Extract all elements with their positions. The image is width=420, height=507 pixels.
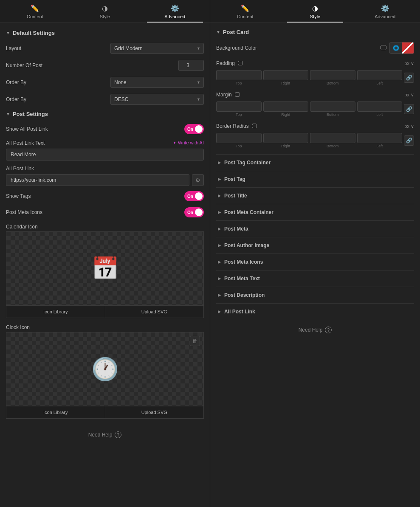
padding-right-label: Right xyxy=(281,81,290,85)
collapsible-all-post-link[interactable]: ▶All Post Link xyxy=(216,303,414,320)
style-icon-right: ◑ xyxy=(312,4,318,12)
gear-icon-right: ⚙️ xyxy=(381,4,389,12)
margin-label: Margin xyxy=(216,92,232,98)
color-globe-button[interactable]: 🌐 xyxy=(390,42,402,54)
post-settings-section: ▼ Post Settings Show All Post Link On Al… xyxy=(6,111,204,419)
post-settings-heading[interactable]: ▼ Post Settings xyxy=(6,111,204,117)
padding-right-input[interactable] xyxy=(263,70,309,80)
collapsible-post-tag-container[interactable]: ▶Post Tag Container xyxy=(216,154,414,171)
show-all-post-link-toggle[interactable]: On xyxy=(184,124,204,134)
pencil-icon-left: ✏️ xyxy=(31,4,39,12)
clock-upload-svg-button[interactable]: Upload SVG xyxy=(105,406,204,418)
border-bottom-wrap: Bottom xyxy=(310,133,355,148)
pencil-icon-right: ✏️ xyxy=(241,4,249,12)
right-need-help[interactable]: Need Help ? xyxy=(216,320,414,340)
collapsible-caret-1: ▶ xyxy=(218,177,221,181)
left-tab-bar: ✏️ Content ◑ Style ⚙️ Advanced xyxy=(0,0,210,23)
collapsible-post-meta-container[interactable]: ▶Post Meta Container xyxy=(216,204,414,220)
collapsible-post-meta[interactable]: ▶Post Meta xyxy=(216,220,414,237)
clock-icon-preview: 🗑 🕐 xyxy=(6,332,204,406)
margin-top-input[interactable] xyxy=(216,101,262,112)
layout-select-wrapper: Grid Modern List Masonry xyxy=(110,43,204,54)
left-panel-content: ▼ Default Settings Layout Grid Modern Li… xyxy=(0,23,210,507)
collapsible-post-author-image[interactable]: ▶Post Author Image xyxy=(216,237,414,254)
num-post-input[interactable] xyxy=(178,60,204,71)
post-meta-icons-toggle[interactable]: On xyxy=(184,207,204,217)
bg-color-label: Background Color xyxy=(216,45,380,51)
margin-link-button[interactable]: 🔗 xyxy=(404,104,414,114)
clock-icon: 🕐 xyxy=(91,356,119,382)
clock-icon-bottom-bar: Icon Library Upload SVG xyxy=(6,406,204,419)
margin-inputs: Top Right Bottom Left 🔗 xyxy=(216,101,414,117)
margin-section: Margin 🖵 px ∨ Top Right Bottom xyxy=(216,91,414,117)
margin-right-input[interactable] xyxy=(263,101,309,112)
margin-bottom-input[interactable] xyxy=(310,101,355,112)
collapsible-post-description[interactable]: ▶Post Description xyxy=(216,287,414,303)
padding-inputs: Top Right Bottom Left 🔗 xyxy=(216,70,414,85)
default-settings-heading[interactable]: ▼ Default Settings xyxy=(6,30,204,36)
collapsible-label-7: Post Meta Text xyxy=(224,276,260,282)
num-post-control xyxy=(105,60,204,71)
border-left-label: Left xyxy=(376,144,383,148)
margin-unit[interactable]: px ∨ xyxy=(404,92,414,98)
calendar-upload-svg-button[interactable]: Upload SVG xyxy=(105,306,204,318)
padding-top-input[interactable] xyxy=(216,70,262,80)
border-bottom-input[interactable] xyxy=(310,133,355,143)
color-slash-button[interactable]: / xyxy=(402,42,414,54)
tab-style-right[interactable]: ◑ Style xyxy=(280,0,350,23)
tab-advanced-right[interactable]: ⚙️ Advanced xyxy=(350,0,420,23)
border-radius-link-button[interactable]: 🔗 xyxy=(404,135,414,146)
tab-content-left[interactable]: ✏️ Content xyxy=(0,0,70,23)
color-picker-group: 🌐 / xyxy=(389,42,414,54)
collapsible-post-title[interactable]: ▶Post Title xyxy=(216,187,414,204)
border-right-input[interactable] xyxy=(263,133,309,143)
border-top-input[interactable] xyxy=(216,133,262,143)
border-left-input[interactable] xyxy=(357,133,403,143)
margin-top-wrap: Top xyxy=(216,101,262,117)
url-input[interactable] xyxy=(6,174,189,186)
margin-top-label: Top xyxy=(236,113,242,117)
layout-select[interactable]: Grid Modern List Masonry xyxy=(110,43,204,54)
calendar-icon-library-button[interactable]: Icon Library xyxy=(6,306,105,318)
padding-monitor-icon: 🖵 xyxy=(237,60,243,67)
all-post-link-text-label: All Post Link Text xyxy=(6,140,173,146)
tab-style-label-left: Style xyxy=(100,14,110,19)
link-text-input[interactable] xyxy=(6,149,204,161)
margin-header: Margin 🖵 px ∨ xyxy=(216,91,414,98)
tab-style-left[interactable]: ◑ Style xyxy=(70,0,140,23)
collapsible-post-tag[interactable]: ▶Post Tag xyxy=(216,171,414,187)
url-settings-button[interactable]: ⚙ xyxy=(192,174,204,186)
show-tags-toggle[interactable]: On xyxy=(184,191,204,201)
margin-bottom-wrap: Bottom xyxy=(310,101,355,117)
show-tags-control: On xyxy=(105,191,204,201)
right-help-circle-icon: ? xyxy=(325,327,332,333)
collapsible-caret-6: ▶ xyxy=(218,260,221,264)
toggle-on-label: On xyxy=(187,127,193,132)
border-radius-unit[interactable]: px ∨ xyxy=(404,124,414,129)
order-by-select1[interactable]: None Date Title Random xyxy=(110,77,204,88)
collapsible-post-meta-icons[interactable]: ▶Post Meta Icons xyxy=(216,254,414,270)
padding-link-button[interactable]: 🔗 xyxy=(404,73,414,83)
tab-style-label-right: Style xyxy=(310,14,320,19)
padding-bottom-input[interactable] xyxy=(310,70,355,80)
margin-left-input[interactable] xyxy=(357,101,403,112)
order-by-control2: DESC ASC xyxy=(105,94,204,105)
layout-label: Layout xyxy=(6,45,105,51)
tab-content-right[interactable]: ✏️ Content xyxy=(210,0,280,23)
clock-icon-library-button[interactable]: Icon Library xyxy=(6,406,105,418)
collapsible-label-8: Post Description xyxy=(224,292,265,298)
post-card-heading[interactable]: ▼ Post Card xyxy=(216,29,414,35)
margin-left-wrap: Left xyxy=(357,101,403,117)
write-ai-button[interactable]: Write with AI xyxy=(173,140,204,145)
padding-left-wrap: Left xyxy=(357,70,403,85)
clock-icon-delete-button[interactable]: 🗑 xyxy=(190,336,200,346)
post-settings-title: Post Settings xyxy=(13,111,48,117)
order-by-select2[interactable]: DESC ASC xyxy=(110,94,204,105)
tab-advanced-left[interactable]: ⚙️ Advanced xyxy=(140,0,210,23)
left-need-help[interactable]: Need Help ? xyxy=(6,425,204,445)
padding-header: Padding 🖵 px ∨ xyxy=(216,60,414,67)
padding-left-input[interactable] xyxy=(357,70,403,80)
border-radius-inputs: Top Right Bottom Left 🔗 xyxy=(216,133,414,148)
collapsible-post-meta-text[interactable]: ▶Post Meta Text xyxy=(216,270,414,287)
padding-unit[interactable]: px ∨ xyxy=(404,61,414,66)
